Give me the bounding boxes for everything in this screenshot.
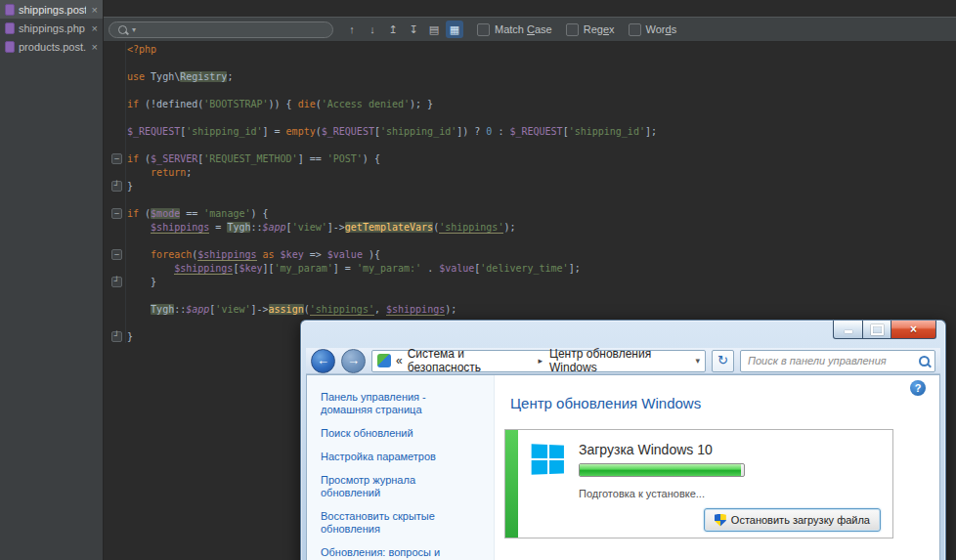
code-line[interactable] xyxy=(104,110,956,124)
code-line[interactable]: −if ($mode == 'manage') { xyxy=(104,206,956,220)
control-panel-search-input[interactable] xyxy=(746,354,919,367)
editor-tab[interactable]: products.post.php× xyxy=(0,37,103,56)
code-line[interactable]: $shippings[$key]['my_param'] = 'my_param… xyxy=(104,261,956,275)
search-history-dropdown-icon[interactable]: ▾ xyxy=(132,25,136,34)
find-search-field[interactable]: ▾ xyxy=(109,22,333,38)
checkbox[interactable] xyxy=(477,23,490,36)
update-center-main: Центр обновления Windows ? Загрузка Wind… xyxy=(495,375,939,560)
find-option-1[interactable]: Regex xyxy=(566,23,615,36)
minimize-button[interactable] xyxy=(833,321,863,339)
sidebar-link[interactable]: Панель управления - домашняя страница xyxy=(321,391,467,416)
code-line[interactable]: ┘ } xyxy=(104,275,956,288)
code-text: $shippings = Tygh::$app['view']->getTemp… xyxy=(126,222,515,233)
code-line[interactable]: −if ($_SERVER['REQUEST_METHOD'] == 'POST… xyxy=(104,151,956,165)
fold-marker[interactable]: ┘ xyxy=(104,275,126,288)
code-line[interactable] xyxy=(104,138,956,151)
code-line[interactable]: <?php xyxy=(104,42,956,56)
checkbox[interactable] xyxy=(566,23,579,36)
gutter-cell xyxy=(104,110,126,124)
tab-name: shippings.php xyxy=(19,22,86,34)
find-option-label: Regex xyxy=(584,23,615,35)
close-button[interactable]: × xyxy=(891,321,936,339)
code-text: } xyxy=(126,331,133,342)
close-icon[interactable]: × xyxy=(92,4,98,16)
gutter-cell xyxy=(104,97,126,110)
breadcrumb-separator-icon[interactable]: ▸ xyxy=(537,356,545,366)
progress-fill xyxy=(580,464,741,476)
gutter-cell xyxy=(104,138,126,151)
find-search-input[interactable] xyxy=(141,22,324,36)
maximize-button[interactable] xyxy=(863,321,891,339)
window-titlebar[interactable]: × xyxy=(301,321,945,348)
code-line[interactable] xyxy=(104,234,956,247)
fold-marker[interactable]: − xyxy=(104,206,126,220)
editor-tab[interactable]: shippings.post.php× xyxy=(0,0,103,19)
refresh-button[interactable]: ↻ xyxy=(712,350,734,372)
code-line[interactable]: return; xyxy=(104,165,956,179)
find-next-icon[interactable]: ↓ xyxy=(364,21,381,38)
breadcrumb-item[interactable]: Центр обновления Windows xyxy=(549,347,690,374)
code-line[interactable] xyxy=(104,56,956,69)
editor-tabstrip: shippings.post.php×shippings.php×product… xyxy=(0,0,104,560)
find-filter-icon[interactable]: ▤ xyxy=(425,21,443,38)
find-option-label: Words xyxy=(646,23,677,35)
code-line[interactable] xyxy=(104,288,956,302)
gutter-cell xyxy=(104,234,126,247)
code-line[interactable]: Tygh::$app['view']->assign('shippings', … xyxy=(104,302,956,316)
close-icon[interactable]: × xyxy=(92,22,98,34)
address-bar[interactable]: « Система и безопасность ▸ Центр обновле… xyxy=(371,350,706,372)
find-first-occurrence-icon[interactable]: ↥ xyxy=(384,21,402,38)
address-dropdown-icon[interactable]: ▾ xyxy=(695,356,700,366)
sidebar-link[interactable]: Просмотр журнала обновлений xyxy=(321,474,467,499)
close-icon[interactable]: × xyxy=(92,41,98,53)
progress-bar xyxy=(579,463,745,477)
code-line[interactable]: $_REQUEST['shipping_id'] = empty($_REQUE… xyxy=(104,124,956,138)
control-panel-search[interactable] xyxy=(740,350,935,372)
code-line[interactable]: $shippings = Tygh::$app['view']->getTemp… xyxy=(104,220,956,234)
code-text: return; xyxy=(126,167,192,178)
gutter-cell xyxy=(104,193,126,206)
code-line[interactable]: ┘} xyxy=(104,179,956,193)
code-line[interactable] xyxy=(104,83,956,97)
code-line[interactable]: if (!defined('BOOTSTRAP')) { die('Access… xyxy=(104,97,956,110)
sidebar-link[interactable]: Восстановить скрытые обновления xyxy=(321,510,467,536)
download-card: Загрузка Windows 10 Подготовка к установ… xyxy=(504,429,893,538)
sidebar-link[interactable]: Обновления: вопросы и ответы xyxy=(321,546,467,560)
stop-download-label: Остановить загрузку файла xyxy=(731,514,870,526)
highlight-all-icon[interactable]: ▦ xyxy=(446,21,463,38)
back-button[interactable]: ← xyxy=(311,349,335,373)
help-icon[interactable]: ? xyxy=(910,380,926,396)
find-last-occurrence-icon[interactable]: ↧ xyxy=(405,21,422,38)
gutter-cell xyxy=(104,288,126,302)
find-icons-group: ↑↓↥↧▤▦ xyxy=(343,21,463,38)
stop-download-button[interactable]: Остановить загрузку файла xyxy=(704,508,881,532)
find-prev-icon[interactable]: ↑ xyxy=(343,21,361,38)
editor-tab[interactable]: shippings.php× xyxy=(0,19,103,37)
sidebar-link[interactable]: Настройка параметров xyxy=(321,451,467,463)
green-stripe xyxy=(505,430,518,538)
code-line[interactable]: use Tygh\Registry; xyxy=(104,69,956,83)
fold-marker[interactable]: − xyxy=(104,151,126,165)
windows-logo-icon xyxy=(532,444,566,477)
code-line[interactable]: − foreach($shippings as $key => $value )… xyxy=(104,247,956,261)
breadcrumb-collapse[interactable]: « xyxy=(396,354,403,367)
gutter-cell xyxy=(104,302,126,316)
code-text: Tygh::$app['view']->assign('shippings', … xyxy=(126,304,456,315)
find-option-0[interactable]: Match Case xyxy=(477,23,552,36)
find-option-2[interactable]: Words xyxy=(629,23,677,36)
code-text: $_REQUEST['shipping_id'] = empty($_REQUE… xyxy=(126,126,657,137)
code-text: if (!defined('BOOTSTRAP')) { die('Access… xyxy=(126,99,433,109)
sidebar-link[interactable]: Поиск обновлений xyxy=(321,427,467,440)
checkbox[interactable] xyxy=(629,23,641,36)
gutter-cell xyxy=(104,83,126,97)
find-options-group: Match CaseRegexWords xyxy=(477,23,690,36)
fold-marker[interactable]: − xyxy=(104,247,126,261)
code-text: foreach($shippings as $key => $value ){ xyxy=(126,249,380,260)
forward-button[interactable]: → xyxy=(341,349,366,373)
breadcrumb-item[interactable]: Система и безопасность xyxy=(408,347,532,374)
code-text: } xyxy=(126,277,156,287)
code-line[interactable] xyxy=(104,193,956,206)
fold-marker[interactable]: ┘ xyxy=(104,179,126,193)
control-panel-icon xyxy=(377,354,391,367)
fold-marker[interactable]: ┘ xyxy=(104,329,126,343)
